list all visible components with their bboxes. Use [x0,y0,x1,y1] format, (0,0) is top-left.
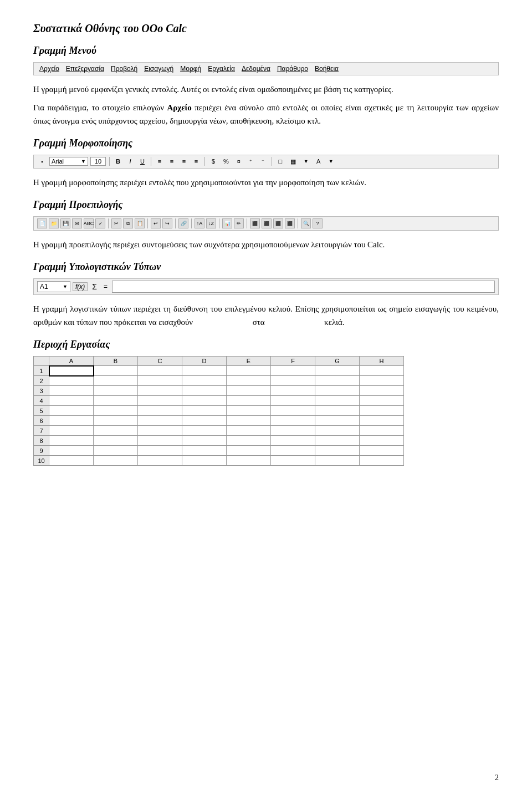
cell-e5[interactable] [227,406,271,416]
cell-d10[interactable] [182,456,227,466]
cell-d9[interactable] [182,446,227,456]
arrow-down-icon[interactable]: ▼ [301,157,311,165]
cell-f9[interactable] [271,446,315,456]
cell-d1[interactable] [182,366,227,376]
hyperlink-icon[interactable]: 🔗 [178,218,188,228]
cell-b9[interactable] [94,446,138,456]
font-color-button[interactable]: A [314,157,324,166]
open-icon[interactable]: 📁 [49,218,59,228]
cell-a7[interactable] [49,426,94,436]
cell-c7[interactable] [138,426,182,436]
cell-d8[interactable] [182,436,227,446]
menu-item-help[interactable]: Βοήθεια [315,65,339,73]
col-header-f[interactable]: F [271,356,315,366]
cell-f3[interactable] [271,386,315,396]
cell-f8[interactable] [271,436,315,446]
cell-a1[interactable] [49,366,94,376]
cell-e9[interactable] [227,446,271,456]
align-justify-button[interactable]: ≡ [191,157,201,166]
font-name-select[interactable]: Arial ▼ [49,157,88,166]
cell-a8[interactable] [49,436,94,446]
cell-reference-box[interactable]: A1 ▼ [37,281,70,292]
col-header-h[interactable]: H [360,356,404,366]
cell-g5[interactable] [315,406,360,416]
cell-c8[interactable] [138,436,182,446]
cell-f7[interactable] [271,426,315,436]
cell-g1[interactable] [315,366,360,376]
cell-b3[interactable] [94,386,138,396]
thousands-button[interactable]: ¤ [234,157,244,166]
cell-g2[interactable] [315,376,360,386]
cut-icon[interactable]: ✂ [111,218,121,228]
cell-a9[interactable] [49,446,94,456]
col-header-d[interactable]: D [182,356,227,366]
cell-g6[interactable] [315,416,360,426]
font-size-select[interactable]: 10 [90,157,106,166]
new-icon[interactable]: 📄 [37,218,47,228]
cell-e10[interactable] [227,456,271,466]
autocorrect-icon[interactable]: ✓ [95,218,105,228]
cell-c5[interactable] [138,406,182,416]
cell-h7[interactable] [360,426,404,436]
cell-c1[interactable] [138,366,182,376]
col-header-g[interactable]: G [315,356,360,366]
menu-item-file[interactable]: Αρχείο [39,65,59,73]
cell-f1[interactable] [271,366,315,376]
cell-g4[interactable] [315,396,360,406]
nav-2-icon[interactable]: ⬛ [262,218,272,228]
decimal-dec-button[interactable]: ⁻ [258,157,268,165]
cell-g8[interactable] [315,436,360,446]
cell-g3[interactable] [315,386,360,396]
help-icon[interactable]: ? [313,218,323,228]
border-button[interactable]: □ [275,157,285,166]
email-icon[interactable]: ✉ [72,218,82,228]
cell-a2[interactable] [49,376,94,386]
cell-f5[interactable] [271,406,315,416]
cell-a6[interactable] [49,416,94,426]
col-header-b[interactable]: B [94,356,138,366]
cell-e3[interactable] [227,386,271,396]
sort-desc-icon[interactable]: ↓Z [206,218,216,228]
redo-icon[interactable]: ↪ [162,218,172,228]
cell-b2[interactable] [94,376,138,386]
chart-icon[interactable]: 📊 [222,218,232,228]
cell-c6[interactable] [138,416,182,426]
cell-h6[interactable] [360,416,404,426]
menu-item-data[interactable]: Δεδομένα [242,65,270,73]
col-header-a[interactable]: A [49,356,94,366]
cell-d7[interactable] [182,426,227,436]
cell-c9[interactable] [138,446,182,456]
cell-b10[interactable] [94,456,138,466]
cell-c10[interactable] [138,456,182,466]
cell-b8[interactable] [94,436,138,446]
cell-f6[interactable] [271,416,315,426]
col-header-c[interactable]: C [138,356,182,366]
align-center-button[interactable]: ≡ [167,157,177,166]
save-icon[interactable]: 💾 [60,218,70,228]
paste-icon[interactable]: 📋 [135,218,145,228]
underline-button[interactable]: U [137,157,147,166]
percent-button[interactable]: % [221,157,232,166]
cell-e2[interactable] [227,376,271,386]
equals-button[interactable]: = [101,283,110,291]
cell-a4[interactable] [49,396,94,406]
nav-3-icon[interactable]: ⬛ [273,218,283,228]
cell-e6[interactable] [227,416,271,426]
cell-e4[interactable] [227,396,271,406]
cell-a5[interactable] [49,406,94,416]
cell-g9[interactable] [315,446,360,456]
col-header-e[interactable]: E [227,356,271,366]
currency-button[interactable]: $ [208,157,218,166]
spellcheck-icon[interactable]: ABC [84,218,94,228]
cell-b6[interactable] [94,416,138,426]
cell-f4[interactable] [271,396,315,406]
menu-item-tools[interactable]: Εργαλεία [208,65,235,73]
sort-asc-icon[interactable]: ↑A [195,218,204,228]
cell-d4[interactable] [182,396,227,406]
cell-b4[interactable] [94,396,138,406]
cell-b7[interactable] [94,426,138,436]
formula-input[interactable] [112,281,495,293]
cell-e1[interactable] [227,366,271,376]
cell-d2[interactable] [182,376,227,386]
menu-item-window[interactable]: Παράθυρο [277,65,308,73]
